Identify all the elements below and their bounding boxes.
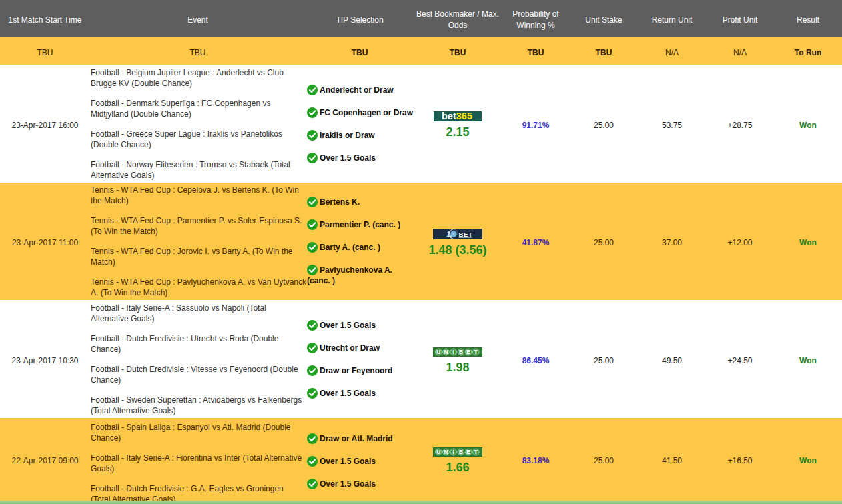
svg-text:bet365: bet365 (442, 111, 472, 121)
svg-text:N: N (444, 349, 448, 355)
svg-text:N: N (444, 449, 448, 455)
svg-text:B: B (459, 449, 463, 455)
svg-text:I: I (453, 449, 454, 455)
svg-text:B: B (459, 349, 463, 355)
svg-text:BET: BET (459, 231, 473, 238)
svg-text:T: T (474, 349, 478, 355)
svg-text:T: T (474, 449, 478, 455)
svg-text:U: U (436, 449, 440, 455)
svg-text:U: U (436, 349, 440, 355)
svg-text:E: E (466, 349, 470, 355)
svg-text:E: E (466, 449, 470, 455)
svg-text:I: I (453, 349, 454, 355)
